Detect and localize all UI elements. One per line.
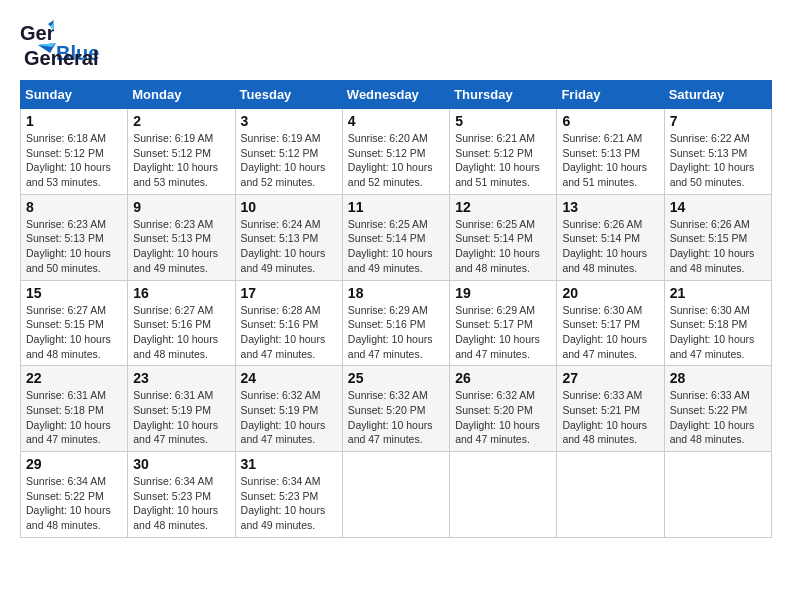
- calendar-cell: 1Sunrise: 6:18 AM Sunset: 5:12 PM Daylig…: [21, 109, 128, 195]
- calendar-day-header: Tuesday: [235, 81, 342, 109]
- day-number: 28: [670, 370, 766, 386]
- calendar-day-header: Saturday: [664, 81, 771, 109]
- calendar-cell: 27Sunrise: 6:33 AM Sunset: 5:21 PM Dayli…: [557, 366, 664, 452]
- day-info: Sunrise: 6:31 AM Sunset: 5:18 PM Dayligh…: [26, 388, 122, 447]
- day-info: Sunrise: 6:26 AM Sunset: 5:15 PM Dayligh…: [670, 217, 766, 276]
- day-info: Sunrise: 6:34 AM Sunset: 5:23 PM Dayligh…: [241, 474, 337, 533]
- calendar-cell: 20Sunrise: 6:30 AM Sunset: 5:17 PM Dayli…: [557, 280, 664, 366]
- day-number: 1: [26, 113, 122, 129]
- calendar-week-row: 15Sunrise: 6:27 AM Sunset: 5:15 PM Dayli…: [21, 280, 772, 366]
- calendar-cell: 25Sunrise: 6:32 AM Sunset: 5:20 PM Dayli…: [342, 366, 449, 452]
- day-info: Sunrise: 6:29 AM Sunset: 5:17 PM Dayligh…: [455, 303, 551, 362]
- calendar-cell: 24Sunrise: 6:32 AM Sunset: 5:19 PM Dayli…: [235, 366, 342, 452]
- day-info: Sunrise: 6:20 AM Sunset: 5:12 PM Dayligh…: [348, 131, 444, 190]
- day-info: Sunrise: 6:27 AM Sunset: 5:15 PM Dayligh…: [26, 303, 122, 362]
- calendar-week-row: 8Sunrise: 6:23 AM Sunset: 5:13 PM Daylig…: [21, 194, 772, 280]
- day-number: 8: [26, 199, 122, 215]
- day-number: 10: [241, 199, 337, 215]
- calendar-week-row: 22Sunrise: 6:31 AM Sunset: 5:18 PM Dayli…: [21, 366, 772, 452]
- day-info: Sunrise: 6:23 AM Sunset: 5:13 PM Dayligh…: [133, 217, 229, 276]
- calendar-day-header: Monday: [128, 81, 235, 109]
- day-number: 30: [133, 456, 229, 472]
- calendar-cell: 5Sunrise: 6:21 AM Sunset: 5:12 PM Daylig…: [450, 109, 557, 195]
- day-info: Sunrise: 6:21 AM Sunset: 5:13 PM Dayligh…: [562, 131, 658, 190]
- calendar-cell: 15Sunrise: 6:27 AM Sunset: 5:15 PM Dayli…: [21, 280, 128, 366]
- calendar-cell: 31Sunrise: 6:34 AM Sunset: 5:23 PM Dayli…: [235, 452, 342, 538]
- day-number: 18: [348, 285, 444, 301]
- day-number: 5: [455, 113, 551, 129]
- calendar-day-header: Thursday: [450, 81, 557, 109]
- logo: General Blue General: [20, 20, 99, 70]
- calendar-day-header: Wednesday: [342, 81, 449, 109]
- day-number: 19: [455, 285, 551, 301]
- day-number: 16: [133, 285, 229, 301]
- calendar-cell: 28Sunrise: 6:33 AM Sunset: 5:22 PM Dayli…: [664, 366, 771, 452]
- calendar-cell: 12Sunrise: 6:25 AM Sunset: 5:14 PM Dayli…: [450, 194, 557, 280]
- calendar-cell: 3Sunrise: 6:19 AM Sunset: 5:12 PM Daylig…: [235, 109, 342, 195]
- day-info: Sunrise: 6:30 AM Sunset: 5:17 PM Dayligh…: [562, 303, 658, 362]
- calendar-week-row: 29Sunrise: 6:34 AM Sunset: 5:22 PM Dayli…: [21, 452, 772, 538]
- calendar-cell: 21Sunrise: 6:30 AM Sunset: 5:18 PM Dayli…: [664, 280, 771, 366]
- day-info: Sunrise: 6:25 AM Sunset: 5:14 PM Dayligh…: [348, 217, 444, 276]
- day-info: Sunrise: 6:26 AM Sunset: 5:14 PM Dayligh…: [562, 217, 658, 276]
- calendar-cell: 14Sunrise: 6:26 AM Sunset: 5:15 PM Dayli…: [664, 194, 771, 280]
- day-number: 24: [241, 370, 337, 386]
- calendar-cell: 13Sunrise: 6:26 AM Sunset: 5:14 PM Dayli…: [557, 194, 664, 280]
- calendar-cell: 22Sunrise: 6:31 AM Sunset: 5:18 PM Dayli…: [21, 366, 128, 452]
- calendar-body: 1Sunrise: 6:18 AM Sunset: 5:12 PM Daylig…: [21, 109, 772, 538]
- day-info: Sunrise: 6:31 AM Sunset: 5:19 PM Dayligh…: [133, 388, 229, 447]
- day-number: 15: [26, 285, 122, 301]
- header: General Blue General: [20, 20, 772, 70]
- day-number: 31: [241, 456, 337, 472]
- day-number: 11: [348, 199, 444, 215]
- calendar-cell: 4Sunrise: 6:20 AM Sunset: 5:12 PM Daylig…: [342, 109, 449, 195]
- calendar-day-header: Friday: [557, 81, 664, 109]
- calendar-cell: 19Sunrise: 6:29 AM Sunset: 5:17 PM Dayli…: [450, 280, 557, 366]
- calendar-cell: 29Sunrise: 6:34 AM Sunset: 5:22 PM Dayli…: [21, 452, 128, 538]
- calendar-cell: 23Sunrise: 6:31 AM Sunset: 5:19 PM Dayli…: [128, 366, 235, 452]
- day-number: 13: [562, 199, 658, 215]
- day-number: 26: [455, 370, 551, 386]
- day-number: 23: [133, 370, 229, 386]
- svg-text:General: General: [20, 22, 54, 44]
- day-info: Sunrise: 6:25 AM Sunset: 5:14 PM Dayligh…: [455, 217, 551, 276]
- day-number: 27: [562, 370, 658, 386]
- day-number: 7: [670, 113, 766, 129]
- calendar-header-row: SundayMondayTuesdayWednesdayThursdayFrid…: [21, 81, 772, 109]
- day-info: Sunrise: 6:22 AM Sunset: 5:13 PM Dayligh…: [670, 131, 766, 190]
- calendar-cell: [557, 452, 664, 538]
- day-number: 6: [562, 113, 658, 129]
- day-number: 3: [241, 113, 337, 129]
- calendar-cell: 6Sunrise: 6:21 AM Sunset: 5:13 PM Daylig…: [557, 109, 664, 195]
- calendar-cell: [664, 452, 771, 538]
- calendar-cell: [342, 452, 449, 538]
- calendar-cell: 26Sunrise: 6:32 AM Sunset: 5:20 PM Dayli…: [450, 366, 557, 452]
- calendar-cell: 11Sunrise: 6:25 AM Sunset: 5:14 PM Dayli…: [342, 194, 449, 280]
- calendar-cell: 10Sunrise: 6:24 AM Sunset: 5:13 PM Dayli…: [235, 194, 342, 280]
- day-info: Sunrise: 6:18 AM Sunset: 5:12 PM Dayligh…: [26, 131, 122, 190]
- day-info: Sunrise: 6:19 AM Sunset: 5:12 PM Dayligh…: [133, 131, 229, 190]
- calendar-cell: 9Sunrise: 6:23 AM Sunset: 5:13 PM Daylig…: [128, 194, 235, 280]
- day-number: 20: [562, 285, 658, 301]
- day-number: 4: [348, 113, 444, 129]
- day-info: Sunrise: 6:23 AM Sunset: 5:13 PM Dayligh…: [26, 217, 122, 276]
- calendar-table: SundayMondayTuesdayWednesdayThursdayFrid…: [20, 80, 772, 538]
- day-info: Sunrise: 6:19 AM Sunset: 5:12 PM Dayligh…: [241, 131, 337, 190]
- calendar-cell: 7Sunrise: 6:22 AM Sunset: 5:13 PM Daylig…: [664, 109, 771, 195]
- calendar-cell: 16Sunrise: 6:27 AM Sunset: 5:16 PM Dayli…: [128, 280, 235, 366]
- day-number: 14: [670, 199, 766, 215]
- day-info: Sunrise: 6:28 AM Sunset: 5:16 PM Dayligh…: [241, 303, 337, 362]
- day-info: Sunrise: 6:34 AM Sunset: 5:22 PM Dayligh…: [26, 474, 122, 533]
- day-number: 12: [455, 199, 551, 215]
- calendar-cell: 30Sunrise: 6:34 AM Sunset: 5:23 PM Dayli…: [128, 452, 235, 538]
- day-info: Sunrise: 6:32 AM Sunset: 5:19 PM Dayligh…: [241, 388, 337, 447]
- day-number: 9: [133, 199, 229, 215]
- day-info: Sunrise: 6:32 AM Sunset: 5:20 PM Dayligh…: [455, 388, 551, 447]
- day-number: 21: [670, 285, 766, 301]
- day-number: 29: [26, 456, 122, 472]
- calendar-cell: [450, 452, 557, 538]
- calendar-cell: 2Sunrise: 6:19 AM Sunset: 5:12 PM Daylig…: [128, 109, 235, 195]
- day-info: Sunrise: 6:33 AM Sunset: 5:21 PM Dayligh…: [562, 388, 658, 447]
- day-info: Sunrise: 6:27 AM Sunset: 5:16 PM Dayligh…: [133, 303, 229, 362]
- day-info: Sunrise: 6:21 AM Sunset: 5:12 PM Dayligh…: [455, 131, 551, 190]
